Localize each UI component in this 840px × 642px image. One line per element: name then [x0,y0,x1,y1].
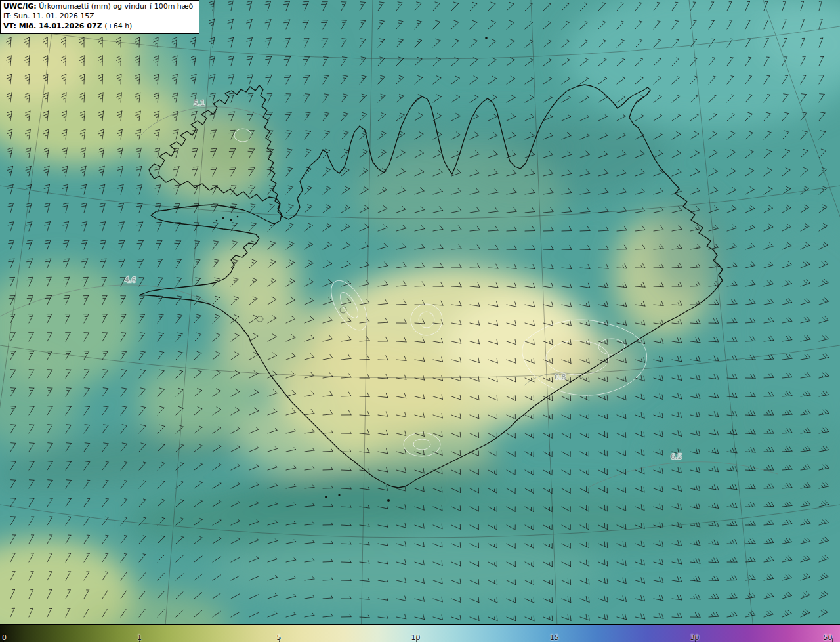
lead-time: (+64 h) [102,22,133,30]
contour-label: 0.8 [555,373,566,381]
colorbar-tick-label: 0 [2,633,7,642]
product-title: Úrkomumætti (mm) og vindur í 100m hæð [37,2,194,11]
contour-label: 4.6 [125,276,136,284]
title-box: UWC/IG: Úrkomumætti (mm) og vindur í 100… [0,0,200,34]
contour-label: 6.5 [671,452,682,461]
colorbar-tick-label: 10 [411,633,421,642]
title-line-3: VT: Mið. 14.01.2026 07Z (+64 h) [3,22,193,32]
weather-map-page: 5.14.60.86.5 UWC/IG: Úrkomumætti (mm) og… [0,0,840,642]
colorbar: 01510153050 [0,624,840,642]
colorbar-tick-label: 15 [550,633,559,642]
contour-label: 5.1 [194,99,205,108]
colorbar-tick-label: 30 [690,633,700,642]
init-time: IT: Sun. 11. 01. 2026 15Z [3,12,193,22]
title-line-1: UWC/IG: Úrkomumætti (mm) og vindur í 100… [3,2,193,12]
colorbar-tick-label: 1 [137,633,142,642]
colorbar-tickmark [832,638,833,642]
colorbar-tick-label: 5 [276,633,281,642]
model-id: UWC/IG: [3,2,37,11]
colorbar-tick-label: 50 [823,633,832,642]
valid-time: VT: Mið. 14.01.2026 07Z [3,22,102,30]
map-canvas: 5.14.60.86.5 [0,0,840,642]
